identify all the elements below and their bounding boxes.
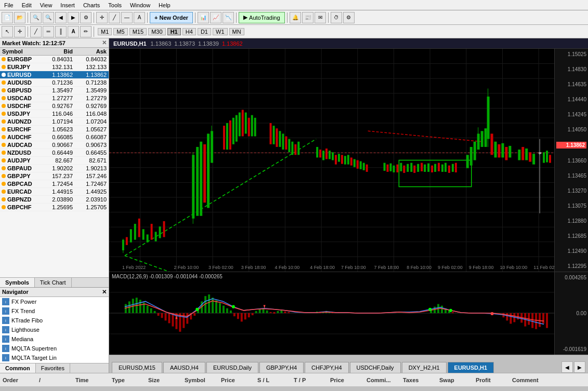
tf-m5[interactable]: M5 xyxy=(113,28,127,35)
mw-row[interactable]: EURJPY 132.131 132.133 xyxy=(0,63,109,71)
mw-row[interactable]: GBPNZD 2.03890 2.03910 xyxy=(0,196,109,204)
market-watch-tabs: Symbols Tick Chart xyxy=(0,277,109,287)
hline2-btn[interactable]: ═ xyxy=(43,26,54,37)
mw-row[interactable]: AUDUSD 0.71236 0.71238 xyxy=(0,79,109,87)
mw-tab-tick[interactable]: Tick Chart xyxy=(35,278,72,287)
auto-trading-btn[interactable]: ▶ AutoTrading xyxy=(239,12,285,23)
zoom-out-btn[interactable]: 🔍 xyxy=(43,12,54,23)
menu-view[interactable]: View xyxy=(36,1,57,9)
mw-row[interactable]: EURUSD 1.13862 1.13862 xyxy=(0,71,109,79)
btab-eurusd-h1[interactable]: EURUSD,H1 xyxy=(448,362,494,373)
mw-row[interactable]: USDCHF 0.92767 0.92769 xyxy=(0,102,109,110)
svg-point-234 xyxy=(232,305,235,308)
btab-usdchf-daily[interactable]: USDCHF,Daily xyxy=(350,362,401,373)
news-btn[interactable]: 📰 xyxy=(302,12,313,23)
chart-main[interactable]: 1.15025 1.14830 1.14635 1.14440 1.14245 … xyxy=(109,49,588,272)
btab-chfjpy-h4[interactable]: CHFJPY,H4 xyxy=(305,362,348,373)
nav-item[interactable]: i KTrade Fibo xyxy=(0,316,109,325)
nav-item[interactable]: i MQLTA Supertren xyxy=(0,344,109,353)
cursor-btn[interactable]: ↖ xyxy=(2,26,13,37)
chart-value-1: 1.13863 xyxy=(151,41,172,47)
tf-w1[interactable]: W1 xyxy=(213,28,228,35)
mw-row[interactable]: NZDUSD 0.66449 0.66455 xyxy=(0,149,109,157)
menu-help[interactable]: Help xyxy=(154,1,175,9)
hline-btn[interactable]: — xyxy=(121,12,133,23)
text2-btn[interactable]: A xyxy=(68,26,79,37)
history-btn[interactable]: ⏱ xyxy=(331,12,342,23)
svg-point-235 xyxy=(428,308,432,311)
nav-item[interactable]: i MQLTA Target Lin xyxy=(0,353,109,362)
btab-scroll-left-btn[interactable]: ◀ xyxy=(561,361,573,373)
tf-h4[interactable]: H4 xyxy=(182,28,196,35)
mw-row[interactable]: USDCAD 1.27277 1.27279 xyxy=(0,95,109,102)
btab-eurusd-daily[interactable]: EURUSD,Daily xyxy=(206,362,258,373)
nav-item[interactable]: i FX Power xyxy=(0,297,109,306)
menu-tools[interactable]: Tools xyxy=(104,1,126,9)
btab-scroll-right-btn[interactable]: ▶ xyxy=(574,361,585,373)
nav-item[interactable]: i Lighthouse xyxy=(0,325,109,334)
mail-btn[interactable]: ✉ xyxy=(315,12,326,23)
btab-aausd-h4[interactable]: AAUSD,H4 xyxy=(163,362,205,373)
btab-gbpjpy-h4[interactable]: GBPJPY,H4 xyxy=(259,362,304,373)
navigator-close-btn[interactable]: ✕ xyxy=(102,289,107,295)
scroll-right-btn[interactable]: ▶ xyxy=(68,12,79,23)
mw-row[interactable]: USDJPY 116.046 116.048 xyxy=(0,110,109,118)
menu-edit[interactable]: Edit xyxy=(18,1,36,9)
svg-rect-75 xyxy=(316,147,318,157)
mw-row[interactable]: EURCAD 1.44915 1.44925 xyxy=(0,188,109,196)
line-btn[interactable]: ╱ xyxy=(109,12,120,23)
nav-item[interactable]: i Mediana xyxy=(0,334,109,344)
tf-m30[interactable]: M30 xyxy=(148,28,165,35)
mw-bid: 2.03890 xyxy=(41,196,75,203)
mw-row[interactable]: GBPAUD 1.90202 1.90213 xyxy=(0,165,109,172)
btab-dxy-h1[interactable]: DXY_H2,H1 xyxy=(402,362,447,373)
svg-rect-104 xyxy=(424,165,426,172)
indicator3-btn[interactable]: 📉 xyxy=(223,12,234,23)
mw-row[interactable]: AUDCAD 0.90667 0.90673 xyxy=(0,141,109,149)
btab-eurusd-m15[interactable]: EURUSD,M15 xyxy=(112,362,162,373)
mw-tab-symbols[interactable]: Symbols xyxy=(0,278,35,287)
mw-row[interactable]: EURCHF 1.05623 1.05627 xyxy=(0,126,109,133)
mw-row[interactable]: AUDNZD 1.07194 1.07204 xyxy=(0,118,109,126)
open-btn[interactable]: 📂 xyxy=(14,12,25,23)
tf-mn[interactable]: MN xyxy=(229,28,244,35)
mw-row[interactable]: AUDCHF 0.66085 0.66087 xyxy=(0,133,109,141)
menu-insert[interactable]: Insert xyxy=(56,1,79,9)
crosshair-btn[interactable]: ✛ xyxy=(96,12,108,23)
svg-text:3 Feb 02:00: 3 Feb 02:00 xyxy=(208,265,233,270)
mw-dot xyxy=(2,104,6,108)
new-chart-btn[interactable]: 📄 xyxy=(2,12,13,23)
indicator2-btn[interactable]: 📈 xyxy=(210,12,221,23)
market-watch-close-btn[interactable]: ✕ xyxy=(102,39,107,46)
line2-btn[interactable]: ╱ xyxy=(30,26,42,37)
tf-m1[interactable]: M1 xyxy=(98,28,112,35)
vline-btn[interactable]: ║ xyxy=(55,26,67,37)
menu-charts[interactable]: Charts xyxy=(79,1,104,9)
properties-btn[interactable]: ⚙ xyxy=(80,12,92,23)
menu-file[interactable]: File xyxy=(0,1,18,9)
new-order-btn[interactable]: + New Order xyxy=(150,12,193,23)
menu-window[interactable]: Window xyxy=(126,1,154,9)
mw-ask: 157.246 xyxy=(75,173,109,179)
options-btn[interactable]: ⚙ xyxy=(343,12,355,23)
mw-row[interactable]: GBPJPY 157.237 157.246 xyxy=(0,172,109,180)
nav-tab-favorites[interactable]: Favorites xyxy=(36,363,70,373)
mw-row[interactable]: EURGBP 0.84031 0.84032 xyxy=(0,56,109,63)
alert-btn[interactable]: 🔔 xyxy=(290,12,301,23)
scroll-left-btn[interactable]: ◀ xyxy=(55,12,67,23)
crosshair2-btn[interactable]: ✛ xyxy=(14,26,25,37)
mw-row[interactable]: AUDJPY 82.667 82.671 xyxy=(0,157,109,165)
draw-btn[interactable]: ✏ xyxy=(80,26,92,37)
tf-d1[interactable]: D1 xyxy=(198,28,211,35)
mw-row[interactable]: GBPCHF 1.25695 1.25705 xyxy=(0,204,109,211)
svg-text:7 Feb 18:00: 7 Feb 18:00 xyxy=(374,265,399,270)
tf-h1[interactable]: H1 xyxy=(167,28,181,35)
mw-row[interactable]: GBPUSD 1.35497 1.35499 xyxy=(0,87,109,95)
zoom-in-btn[interactable]: 🔍 xyxy=(30,12,42,23)
nav-tab-common[interactable]: Common xyxy=(0,363,36,373)
tf-m15[interactable]: M15 xyxy=(129,28,147,35)
nav-item[interactable]: i FX Trend xyxy=(0,306,109,316)
indicator1-btn[interactable]: 📊 xyxy=(198,12,209,23)
mw-row[interactable]: GBPCAD 1.72454 1.72467 xyxy=(0,180,109,188)
text-btn[interactable]: A xyxy=(134,12,145,23)
